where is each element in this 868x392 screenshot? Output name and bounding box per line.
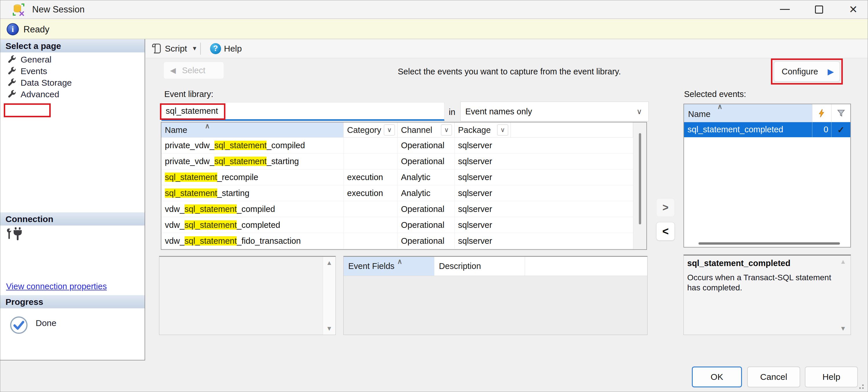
scroll-up-icon[interactable]: ▲ <box>837 258 849 265</box>
package-column-label: Package <box>458 125 491 135</box>
wrench-icon <box>7 55 17 65</box>
scroll-up-icon[interactable]: ▲ <box>323 259 336 267</box>
channel-filter-dropdown[interactable]: ∨ <box>441 125 452 135</box>
selected-event-row[interactable]: sql_statement_completed 0 ✓ <box>684 122 850 137</box>
selected-name-column-header[interactable]: ∧ Name <box>684 104 812 122</box>
funnel-filter-icon <box>837 109 845 118</box>
column-header-name[interactable]: ∧ Name <box>161 123 344 137</box>
script-button[interactable]: Script ▼ <box>151 39 197 58</box>
configure-label: Configure <box>782 67 818 76</box>
event-channel-cell: Analytic <box>398 185 455 201</box>
help-label: Help <box>224 44 242 54</box>
library-event-row[interactable]: vdw_sql_statement_compiledOperationalsql… <box>161 201 646 217</box>
sidebar: Select a page GeneralEventsData StorageA… <box>0 39 145 360</box>
select-back-label: Select <box>182 66 206 75</box>
library-event-row[interactable]: private_vdw_sql_statement_startingOperat… <box>161 154 646 169</box>
sidebar-item-advanced[interactable]: Advanced <box>7 88 59 100</box>
event-package-cell: sqlserver <box>455 169 511 185</box>
column-header-channel[interactable]: Channel ∨ <box>398 123 455 137</box>
progress-header: Progress <box>0 295 145 308</box>
detail-panel-scrollbar[interactable]: ▲ ▼ <box>323 257 336 335</box>
remove-event-button[interactable]: < <box>656 222 675 240</box>
chevron-down-icon: ∨ <box>500 126 505 134</box>
search-scope-dropdown[interactable]: Event names only ∨ <box>460 102 649 121</box>
library-vertical-scrollbar[interactable] <box>633 123 646 249</box>
column-header-package[interactable]: Package ∨ <box>455 123 511 137</box>
scroll-down-icon[interactable]: ▼ <box>323 325 336 332</box>
event-name-cell: private_vdw_sql_statement_compiled <box>161 137 344 154</box>
actions-column-header[interactable] <box>812 104 831 122</box>
library-event-row[interactable]: vdw_sql_statement_completedOperationalsq… <box>161 217 646 233</box>
column-header-category[interactable]: Category ∨ <box>344 123 398 137</box>
sidebar-item-events[interactable]: Events <box>7 65 47 77</box>
selected-events-header: ∧ Name <box>684 104 850 122</box>
script-icon <box>151 43 162 54</box>
event-category-cell: execution <box>344 169 398 185</box>
event-category-cell <box>344 154 398 169</box>
column-header-description[interactable]: Description <box>434 257 525 275</box>
scrollbar-thumb[interactable] <box>639 133 641 224</box>
help-toolbar-button[interactable]: ? Help <box>210 39 242 58</box>
search-highlight: sql_statement <box>165 189 217 198</box>
scroll-down-icon[interactable]: ▼ <box>837 325 849 332</box>
wrench-icon <box>7 66 17 76</box>
filter-column-header[interactable] <box>831 104 850 122</box>
sidebar-item-label: Data Storage <box>21 78 72 88</box>
package-filter-dropdown[interactable]: ∨ <box>497 125 508 135</box>
event-package-cell: sqlserver <box>455 185 511 201</box>
sort-asc-icon: ∧ <box>205 122 210 130</box>
connection-header: Connection <box>0 212 145 226</box>
library-event-row[interactable]: vdw_sql_statement_fido_transactionOperat… <box>161 233 646 249</box>
library-event-row[interactable]: sql_statement_startingexecutionAnalytics… <box>161 185 646 201</box>
event-detail-panel: ▲ ▼ <box>159 256 336 335</box>
event-description-panel: sql_statement_completed Occurs when a Tr… <box>683 255 851 335</box>
title-bar: New Session ✕ <box>0 0 868 19</box>
sidebar-item-data-storage[interactable]: Data Storage <box>7 77 72 89</box>
cancel-button[interactable]: Cancel <box>747 366 800 387</box>
selected-events-table: ∧ Name sql_statement_completed 0 ✓ <box>683 104 851 248</box>
category-filter-dropdown[interactable]: ∨ <box>384 125 395 135</box>
done-check-icon <box>9 316 28 334</box>
sort-asc-icon: ∧ <box>397 257 402 265</box>
event-name-cell: sql_statement_starting <box>161 185 344 201</box>
close-button[interactable]: ✕ <box>840 0 867 19</box>
sidebar-item-general[interactable]: General <box>7 54 52 66</box>
sort-asc-icon: ∧ <box>717 102 722 110</box>
main-toolbar: Script ▼ ? Help <box>146 39 868 58</box>
ok-button[interactable]: OK <box>692 366 742 387</box>
view-connection-properties-link[interactable]: View connection properties <box>6 282 107 291</box>
select-back-button[interactable]: ◀ Select <box>163 62 224 79</box>
event-package-cell: sqlserver <box>455 137 511 154</box>
search-highlight: sql_statement <box>214 141 267 150</box>
select-a-page-header: Select a page <box>0 39 145 53</box>
chevron-down-icon: ∨ <box>637 107 642 116</box>
event-package-cell: sqlserver <box>455 233 511 249</box>
event-name-cell: vdw_sql_statement_compiled <box>161 201 344 217</box>
scope-value: Event names only <box>465 107 532 117</box>
selected-horizontal-scrollbar[interactable] <box>699 242 840 244</box>
search-highlight: sql_statement <box>165 172 217 182</box>
event-channel-cell: Analytic <box>398 169 455 185</box>
help-button[interactable]: Help <box>805 366 858 387</box>
maximize-button[interactable] <box>806 0 832 19</box>
library-event-row[interactable]: sql_statement_recompileexecutionAnalytic… <box>161 169 646 185</box>
library-event-row[interactable]: private_vdw_sql_statement_compiledOperat… <box>161 137 646 154</box>
description-body: Occurs when a Transact-SQL statement has… <box>687 272 834 293</box>
description-scrollbar[interactable]: ▲ ▼ <box>837 256 849 335</box>
instruction-text: Select the events you want to capture fr… <box>398 67 621 76</box>
event-channel-cell: Operational <box>398 154 455 169</box>
minimize-icon <box>780 9 790 10</box>
column-header-event-fields[interactable]: ∧ Event Fields <box>344 257 434 275</box>
configure-button[interactable]: Configure ▶ <box>774 61 840 81</box>
description-column-label: Description <box>439 261 481 271</box>
library-table-header: ∧ Name Category ∨ Channel ∨ Package ∨ <box>161 123 646 137</box>
event-library-search-input[interactable]: sql_statement <box>161 102 444 121</box>
extended-events-app-icon <box>12 3 26 17</box>
name-column-label: Name <box>165 125 187 135</box>
minimize-button[interactable] <box>772 0 798 19</box>
event-package-cell: sqlserver <box>455 217 511 233</box>
add-event-button[interactable]: > <box>656 198 675 217</box>
event-category-cell <box>344 137 398 154</box>
resize-grip[interactable] <box>856 381 864 389</box>
event-fields-header: ∧ Event Fields Description <box>344 257 647 276</box>
